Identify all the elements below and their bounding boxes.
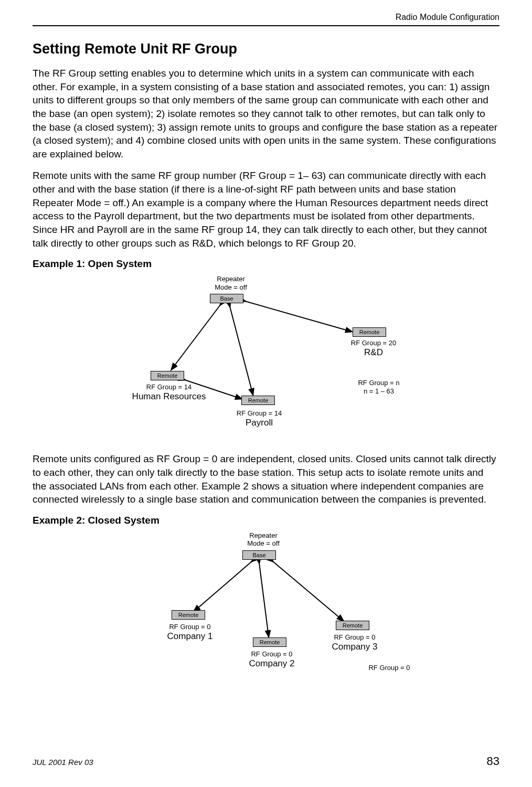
example-2-heading: Example 2: Closed System (33, 515, 499, 526)
diagram-open-system: Repeater Mode = off Base Remote RF Group… (33, 275, 499, 443)
svg-line-0 (172, 305, 220, 369)
page-title: Setting Remote Unit RF Group (33, 41, 499, 57)
footer-date: JUL 2001 Rev 03 (33, 758, 93, 767)
diagram-1-remote-payroll: Remote (241, 396, 275, 405)
diagram-2-c2-name: Company 2 (230, 658, 314, 669)
example-1-heading: Example 1: Open System (33, 258, 499, 270)
body-paragraph-3: Remote units configured as RF Group = 0 … (33, 452, 499, 506)
diagram-1-repeater-line2: Mode = off (215, 283, 247, 291)
diagram-2-remote-c1: Remote (172, 610, 205, 620)
diagram-1-legend: RF Group = n n = 1 – 63 (337, 379, 421, 395)
diagram-2-remote-c2: Remote (253, 637, 286, 647)
diagram-2-repeater-line1: Repeater (249, 531, 277, 539)
diagram-1-repeater-label: Repeater Mode = off (199, 275, 262, 291)
diagram-2-c1-group: RF Group = 0 (148, 623, 232, 631)
page-footer: JUL 2001 Rev 03 83 (33, 754, 499, 768)
body-paragraph-2: Remote units with the same RF group numb… (33, 169, 499, 250)
diagram-2-repeater-line2: Mode = off (247, 539, 280, 547)
diagram-1-remote-hr: Remote (151, 371, 184, 380)
header-rule (33, 25, 499, 26)
diagram-1-rd-name: R&D (337, 347, 410, 358)
diagram-1-hr-group: RF Group = 14 (122, 383, 216, 391)
svg-line-2 (245, 301, 352, 332)
diagram-1-base-node: Base (210, 294, 243, 303)
diagram-2-c3-group: RF Group = 0 (313, 633, 397, 642)
diagram-1-repeater-line1: Repeater (217, 275, 244, 283)
body-paragraph-1: The RF Group setting enables you to dete… (33, 67, 499, 161)
svg-line-6 (273, 561, 343, 621)
diagram-1-remote-rd: Remote (353, 327, 386, 337)
svg-line-5 (259, 563, 269, 636)
diagram-closed-system: Repeater Mode = off Base Remote RF Group… (33, 531, 499, 689)
header-section: Radio Module Configuration (33, 13, 499, 22)
diagram-1-legend-line2: n = 1 – 63 (364, 387, 394, 395)
diagram-1-legend-line1: RF Group = n (358, 379, 399, 387)
diagram-1-payroll-group: RF Group = 14 (217, 409, 301, 418)
svg-line-4 (194, 561, 252, 611)
diagram-1-rd-group: RF Group = 20 (337, 339, 410, 347)
diagram-1-payroll-name: Payroll (217, 418, 301, 428)
footer-page-number: 83 (487, 754, 499, 768)
diagram-1-hr-name: Human Resources (111, 391, 227, 402)
svg-line-1 (230, 306, 253, 395)
diagram-2-c1-name: Company 1 (148, 631, 232, 642)
diagram-2-base-node: Base (242, 550, 276, 560)
diagram-2-remote-c3: Remote (336, 621, 369, 630)
diagram-2-repeater-label: Repeater Mode = off (232, 531, 295, 548)
diagram-2-c2-group: RF Group = 0 (230, 650, 314, 658)
diagram-2-c3-name: Company 3 (313, 642, 397, 652)
diagram-2-legend: RF Group = 0 (347, 664, 431, 672)
